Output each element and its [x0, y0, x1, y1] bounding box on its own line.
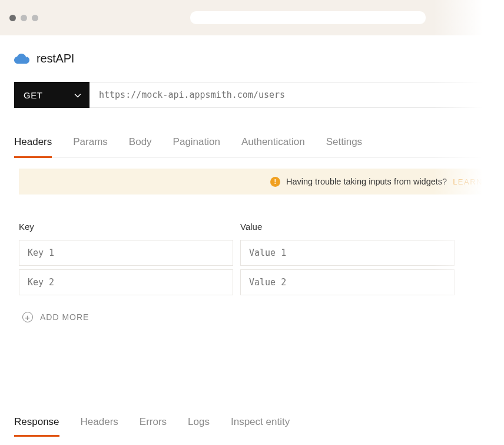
response-panel: Response Headers Errors Logs Inspect ent…: [0, 416, 504, 445]
tab-headers[interactable]: Headers: [14, 136, 52, 158]
value-input-1[interactable]: [240, 240, 455, 266]
value-column-label: Value: [240, 222, 455, 232]
banner-learn-link[interactable]: LEARN: [453, 177, 483, 186]
help-banner: ! Having trouble taking inputs from widg…: [19, 169, 492, 195]
btab-logs[interactable]: Logs: [188, 416, 210, 437]
value-input-2[interactable]: [240, 269, 455, 295]
add-more-label: ADD MORE: [40, 312, 89, 322]
banner-text: Having trouble taking inputs from widget…: [286, 177, 447, 186]
key-input-2[interactable]: [19, 269, 233, 295]
api-title-row: restAPI: [14, 52, 492, 65]
window-titlebar: [0, 0, 504, 35]
request-row: GET: [14, 82, 492, 108]
key-input-1[interactable]: [19, 240, 233, 266]
headers-kv-section: Key Value: [14, 222, 492, 299]
titlebar-search-pill[interactable]: [190, 11, 426, 24]
btab-errors[interactable]: Errors: [140, 416, 167, 437]
add-more-button[interactable]: + ADD MORE: [22, 312, 492, 322]
http-method-label: GET: [24, 90, 42, 100]
tab-settings[interactable]: Settings: [326, 136, 362, 158]
warning-icon: !: [270, 177, 280, 187]
tab-authentication[interactable]: Authentication: [241, 136, 305, 158]
tab-pagination[interactable]: Pagination: [173, 136, 220, 158]
btab-headers[interactable]: Headers: [81, 416, 118, 437]
url-input[interactable]: [89, 82, 492, 108]
traffic-light-maximize[interactable]: [32, 15, 38, 21]
traffic-light-close[interactable]: [9, 15, 16, 21]
btab-inspect-entity[interactable]: Inspect entity: [231, 416, 290, 437]
http-method-select[interactable]: GET: [14, 82, 89, 108]
chevron-down-icon: [74, 90, 81, 100]
tab-body[interactable]: Body: [129, 136, 152, 158]
api-name: restAPI: [37, 52, 74, 65]
cloud-icon: [14, 54, 29, 64]
traffic-light-minimize[interactable]: [21, 15, 27, 21]
response-tabs: Response Headers Errors Logs Inspect ent…: [14, 416, 490, 437]
request-tabs: Headers Params Body Pagination Authentic…: [14, 136, 492, 158]
key-column-label: Key: [19, 222, 233, 232]
plus-circle-icon: +: [22, 312, 33, 322]
tab-params[interactable]: Params: [73, 136, 108, 158]
btab-response[interactable]: Response: [14, 416, 59, 437]
